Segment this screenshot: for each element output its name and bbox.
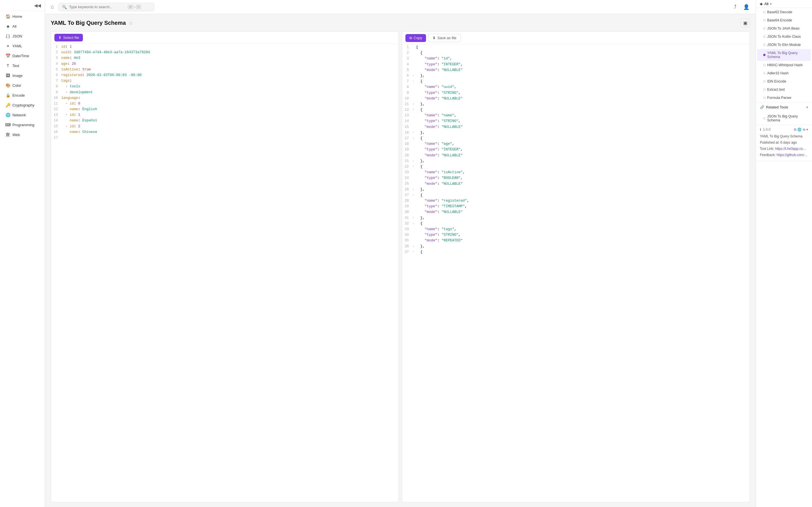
sidebar-icon-cryptography: 🔑 — [6, 103, 10, 107]
sidebar-collapse-button[interactable]: ◀◀ — [33, 2, 42, 9]
rs-item-base62-decode[interactable]: Base62 Decode — [757, 8, 811, 16]
collapse-icon[interactable]: › — [412, 249, 416, 255]
yaml-input-panel: ⬆ Select file 1 id: 1 2 uuid: 3d877494-e… — [51, 31, 399, 503]
rs-related-json-bigquery[interactable]: JSON To Big Query Schema — [757, 112, 811, 124]
sidebar-item-yaml[interactable]: ≡ YAML — [2, 41, 43, 51]
sidebar-label-all: All — [12, 24, 16, 29]
line-content: - id: 1 — [61, 112, 399, 118]
share-button[interactable]: ⤴ — [732, 3, 739, 11]
collapse-icon[interactable]: › — [412, 244, 416, 249]
line-number: 32 — [402, 221, 412, 226]
line-content: "type": "STRING", — [416, 90, 750, 96]
sidebar-item-color[interactable]: 🎨 Color — [2, 80, 43, 90]
sidebar-item-text[interactable]: T Text — [2, 61, 43, 70]
home-button[interactable]: ⌂ — [49, 3, 56, 11]
inactive-indicator — [763, 19, 765, 21]
json-editor[interactable]: 1 [ 2 { 3 "name": "id", 4 "type": "INTEG… — [402, 45, 750, 502]
yaml-line: 10 language: — [51, 95, 399, 101]
collapse-icon[interactable]: › — [412, 78, 416, 83]
rs-item-base64-encode[interactable]: Base64 Encode — [757, 16, 811, 24]
rs-item-label: IDN Encode — [767, 79, 786, 83]
line-content: { — [416, 249, 750, 255]
rs-item-adler32[interactable]: Adler32 Hash — [757, 69, 811, 77]
shortcut-key2: K — [136, 5, 141, 9]
collapse-icon[interactable]: › — [412, 73, 416, 78]
save-file-button[interactable]: ⬇ Save as file — [428, 34, 460, 42]
collapse-icon[interactable]: › — [412, 221, 416, 226]
rs-item-label: Adler32 Hash — [767, 71, 789, 75]
rs-item-label: JSON To Elm Module — [767, 43, 801, 47]
rs-item-formula-parser[interactable]: Formula Parser — [757, 94, 811, 102]
published-date: Published at: 6 days ago — [760, 140, 808, 145]
rs-item-json-java-bean[interactable]: JSON To JAVA Bean — [757, 24, 811, 33]
favorite-button[interactable]: ☆ — [129, 20, 133, 26]
collapse-icon[interactable]: › — [412, 215, 416, 220]
feedback-label: Feedback: — [760, 153, 776, 157]
all-dropdown[interactable]: ◈ All ▾ — [756, 0, 812, 8]
yaml-line: 3 name: He3 — [51, 55, 399, 61]
rs-item-idn-encode[interactable]: IDN Encode — [757, 77, 811, 86]
sidebar-item-encode[interactable]: 🔒 Encode — [2, 91, 43, 100]
sidebar-icon-web: 🕸 — [6, 132, 10, 137]
collapse-icon[interactable]: › — [412, 107, 416, 112]
rs-item-label: Extract text — [767, 88, 785, 92]
tool-link[interactable]: https://t.he3app.co... — [775, 147, 806, 151]
feedback-link[interactable]: https://github.com/... — [776, 153, 807, 157]
sidebar-item-network[interactable]: 🌐 Network — [2, 110, 43, 120]
line-number: 16 — [402, 130, 412, 135]
inactive-indicator — [763, 11, 765, 13]
sidebar-item-programming[interactable]: ⌨ Programming — [2, 120, 43, 129]
inactive-indicator — [763, 27, 765, 30]
json-line: 23 "name": "isActive", — [402, 170, 750, 175]
yaml-line: 2 uuid: 3d877494-e7d4-48e3-aa7a-164373a7… — [51, 50, 399, 55]
collapse-icon[interactable]: › — [412, 158, 416, 163]
line-number: 13 — [402, 113, 412, 118]
select-file-button[interactable]: ⬆ Select file — [54, 34, 83, 41]
layout-button[interactable]: ▣ — [741, 18, 750, 27]
sidebar-item-web[interactable]: 🕸 Web — [2, 130, 43, 139]
search-icon: 🔍 — [62, 5, 67, 9]
collapse-icon[interactable]: › — [412, 192, 416, 198]
search-input[interactable] — [69, 5, 125, 9]
expand-icon[interactable]: ⊞ 🌐 ⊕ ▾ — [794, 128, 808, 131]
sidebar-item-home[interactable]: 🏠 Home — [2, 11, 43, 21]
sidebar-icon-image: 🖼 — [6, 73, 10, 78]
json-line: 35 "mode": "REPEATED" — [402, 238, 750, 243]
sidebar-item-datetime[interactable]: 📅 Date/Time — [2, 51, 43, 61]
rs-item-json-elm[interactable]: JSON To Elm Module — [757, 41, 811, 49]
yaml-line: 16 name: Chinese — [51, 129, 399, 135]
account-button[interactable]: 👤 — [741, 3, 752, 11]
copy-button[interactable]: ⧉ Copy — [405, 34, 426, 42]
line-content: { — [416, 107, 750, 113]
json-toolbar: ⧉ Copy ⬇ Save as file — [402, 32, 750, 45]
sidebar: ◀◀ 🏠 Home ◈ All { } JSON ≡ YAML 📅 Date/T… — [0, 0, 45, 507]
line-number: 16 — [51, 129, 61, 135]
feedback-row: Feedback: https://github.com/... — [760, 152, 808, 158]
search-bar[interactable]: 🔍 ⌘ + K — [58, 3, 154, 11]
collapse-icon[interactable]: › — [412, 101, 416, 107]
collapse-icon[interactable]: › — [412, 135, 416, 140]
sidebar-label-home: Home — [12, 14, 22, 18]
collapse-icon[interactable]: › — [412, 164, 416, 169]
inactive-indicator — [763, 64, 765, 66]
collapse-icon[interactable]: › — [412, 130, 416, 135]
sidebar-item-json[interactable]: { } JSON — [2, 31, 43, 41]
rs-item-extract-text[interactable]: Extract text — [757, 86, 811, 94]
sidebar-label-network: Network — [12, 113, 26, 117]
rs-item-hmac-whirlpool[interactable]: HMAC-Whirlpool Hash — [757, 61, 811, 69]
line-content: name: Chinese — [61, 129, 399, 135]
rs-item-yaml-bigquery[interactable]: YAML To Big Query Schema — [757, 49, 811, 61]
json-line: 8 "name": "uuid", — [402, 84, 750, 90]
line-content: }, — [416, 130, 750, 135]
sidebar-item-all[interactable]: ◈ All — [2, 21, 43, 31]
line-number: 8 — [51, 83, 61, 89]
sidebar-item-cryptography[interactable]: 🔑 Cryptography — [2, 100, 43, 110]
rs-item-json-kotlin[interactable]: JSON To Kotlin Class — [757, 33, 811, 41]
collapse-icon[interactable]: › — [412, 187, 416, 192]
line-number: 6 — [402, 73, 412, 78]
sidebar-item-image[interactable]: 🖼 Image — [2, 71, 43, 80]
related-tools-header[interactable]: 🔗 Related Tools ▾ — [756, 102, 812, 112]
all-section: ◈ All ▾ Base62 DecodeBase64 EncodeJSON T… — [756, 0, 812, 102]
info-icon: ℹ — [760, 128, 761, 131]
yaml-editor[interactable]: 1 id: 1 2 uuid: 3d877494-e7d4-48e3-aa7a-… — [51, 44, 399, 502]
